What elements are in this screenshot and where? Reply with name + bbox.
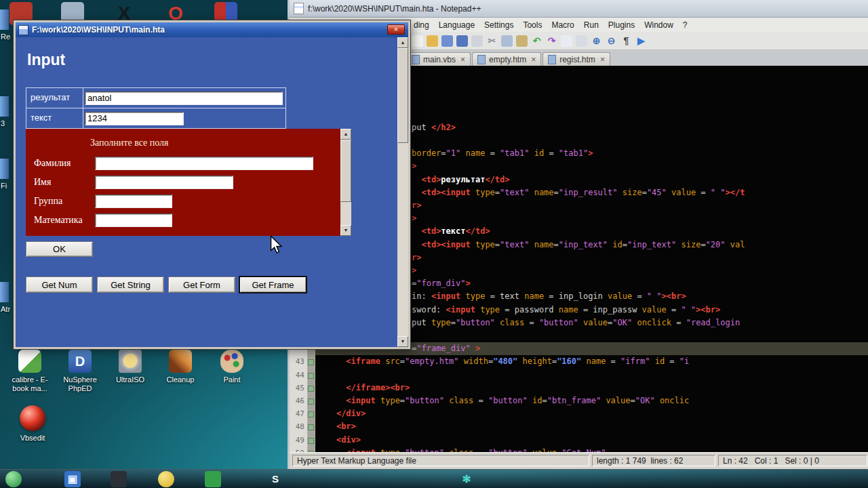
scroll-up-icon[interactable] [397, 37, 408, 48]
menu-item-run[interactable]: Run [579, 19, 604, 31]
menu-item-plugins[interactable]: Plugins [604, 19, 639, 31]
taskbar-icon-tray-app[interactable]: ✻ [458, 471, 475, 487]
toolbar-icon-6[interactable]: ✂ [486, 35, 498, 47]
hta-titlebar[interactable]: F:\work\2020\WSH\INPUT\main.hta [16, 22, 408, 37]
npp-statusbar: Hyper Text Markup Language file length :… [290, 452, 868, 469]
form-input-3[interactable] [95, 195, 172, 208]
menu-item-macro[interactable]: Macro [547, 19, 578, 31]
desktop-icon-vbsedit[interactable]: Vbsedit [8, 405, 57, 443]
toolbar-icon-7[interactable] [501, 35, 513, 47]
code-text: put </h2> [412, 123, 456, 132]
get-form-button[interactable]: Get Form [168, 277, 235, 293]
desktop-icon-label-partial: 3 [1, 119, 5, 127]
table-row: текст [26, 108, 285, 128]
tab-main-vbs[interactable]: main.vbs× [406, 52, 471, 66]
code-text: sword: <input type = password name = inp… [412, 305, 720, 314]
desktop-icon-label: Vbsedit [8, 434, 57, 443]
file-icon [294, 3, 304, 14]
toolbar-icon-11[interactable] [561, 35, 572, 47]
result-input[interactable] [85, 92, 283, 105]
vbsedit-icon [20, 405, 45, 431]
get-frame-button[interactable]: Get Frame [239, 277, 307, 293]
close-button[interactable] [387, 24, 405, 35]
menu-item-window[interactable]: Window [639, 19, 678, 31]
taskbar-icon-yellow[interactable] [158, 471, 174, 487]
desktop-icon-label: Paint [208, 375, 256, 384]
toolbar-icon-3[interactable] [441, 35, 453, 47]
npp-titlebar[interactable]: f:\work\2020\WSH\INPUT\main.hta - Notepa… [290, 0, 868, 18]
hta-window: F:\work\2020\WSH\INPUT\main.hta Input ре… [14, 20, 410, 349]
code-text: <div> [317, 435, 361, 445]
taskbar-icon-console[interactable] [111, 471, 127, 487]
desktop-icon-paint[interactable]: Paint [208, 350, 256, 384]
menu-item-settings[interactable]: Settings [479, 19, 518, 31]
get-num-button[interactable]: Get Num [26, 277, 93, 293]
desktop-icon-nusphere[interactable]: DNuSphere PhpED [56, 350, 104, 393]
fold-marker [308, 386, 314, 392]
tab-regist-htm[interactable]: regist.htm× [542, 52, 610, 66]
line-number: 49 [290, 436, 304, 445]
form-scrollbar[interactable] [340, 129, 351, 236]
taskbar-icon-skype[interactable]: S [267, 471, 283, 487]
menu-item-language[interactable]: Language [434, 19, 479, 31]
desktop-icon-calibre[interactable]: calibre - E-book ma... [5, 350, 54, 393]
form-input-2[interactable] [95, 176, 233, 189]
code-line: 46 <input type="button" class = "button"… [290, 395, 868, 408]
desktop-icon-cleanup[interactable]: Cleanup [156, 350, 205, 384]
scrollbar-thumb[interactable] [397, 48, 408, 143]
npp-title: f:\work\2020\WSH\INPUT\main.hta - Notepa… [308, 4, 481, 14]
form-row: Математика [34, 213, 172, 228]
scroll-down-icon[interactable] [397, 336, 408, 347]
window-scrollbar[interactable] [397, 37, 408, 347]
toolbar-icon-5[interactable] [471, 35, 483, 47]
scrollbar-thumb[interactable] [340, 140, 351, 202]
desktop-icon-label: calibre - E-book ma... [5, 375, 54, 393]
code-text: <td>текст</td> [412, 226, 490, 236]
toolbar-icon-1[interactable] [412, 35, 423, 47]
form-row: Имя [34, 175, 233, 190]
form-frame: Заполните все поля ФамилияИмяГруппаМатем… [26, 129, 351, 236]
menu-item-help[interactable]: ? [678, 19, 692, 31]
fold-marker [308, 359, 314, 365]
row-input-cell [83, 88, 285, 108]
status-length: length : 1 749 lines : 62 [592, 455, 715, 466]
toolbar-icon-14[interactable]: ⊖ [606, 35, 617, 47]
toolbar-icon-15[interactable]: ¶ [620, 35, 632, 47]
menu-item-ding[interactable]: ding [409, 19, 434, 31]
taskbar: ▣S✻ [0, 469, 868, 488]
line-number: 43 [290, 357, 304, 366]
toolbar-icon-12[interactable] [576, 35, 587, 47]
file-icon [477, 55, 486, 64]
code-text: border="1" name = "tab1" id = "tab1"> [412, 148, 593, 158]
get-string-button[interactable]: Get String [97, 277, 164, 293]
page-title: Input [27, 51, 65, 69]
scroll-up-icon[interactable] [340, 129, 351, 140]
desktop-icon-ultraiso[interactable]: UltraISO [106, 350, 155, 384]
tab-close-icon[interactable]: × [600, 56, 605, 63]
ok-button[interactable]: OK [26, 241, 93, 257]
menu-item-tools[interactable]: Tools [518, 19, 547, 31]
taskbar-icon-green-app[interactable] [205, 471, 221, 487]
toolbar-icon-9[interactable]: ↶ [531, 35, 542, 47]
file-icon [412, 55, 420, 64]
toolbar-icon-13[interactable]: ⊕ [591, 35, 602, 47]
tab-close-icon[interactable]: × [460, 56, 465, 63]
toolbar-icon-2[interactable] [427, 35, 438, 47]
toolbar-icon-16[interactable]: ▶ [635, 35, 647, 47]
scroll-down-icon[interactable] [340, 225, 351, 236]
taskbar-icon-green-orb[interactable] [5, 471, 22, 487]
toolbar-icon-10[interactable]: ↷ [546, 35, 557, 47]
tab-empty-htm[interactable]: empty.htm× [472, 52, 541, 66]
code-text: </iframe><br> [317, 383, 410, 392]
desktop-icon-nusphere-icon: D [68, 350, 92, 373]
code-text: ="form_div"> [412, 279, 471, 288]
field-label: Фамилия [34, 158, 95, 169]
toolbar-icon-8[interactable] [516, 35, 528, 47]
form-input-1[interactable] [95, 157, 313, 170]
taskbar-icon-virtualbox[interactable]: ▣ [64, 471, 81, 487]
text-input[interactable] [85, 112, 184, 125]
desktop-icon-label: NuSphere PhpED [56, 375, 104, 393]
tab-close-icon[interactable]: × [531, 56, 536, 63]
form-input-4[interactable] [95, 214, 172, 227]
toolbar-icon-4[interactable] [456, 35, 468, 47]
